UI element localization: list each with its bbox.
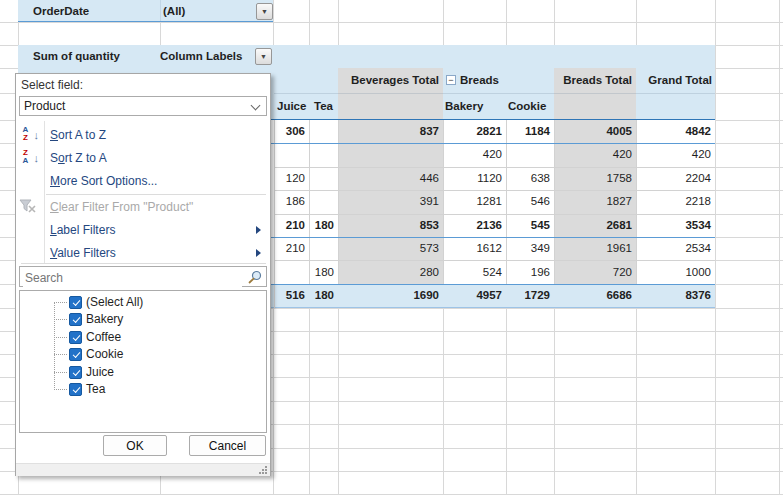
juice-header: Juice: [277, 93, 306, 120]
table-bottom-line: [268, 307, 715, 308]
breads-total-header: Breads Total: [554, 68, 632, 93]
search-box: [19, 266, 267, 287]
filter-values-listbox: (Select All) Bakery Coffee Cookie Juice …: [19, 290, 267, 433]
pivot-cell: 186: [274, 190, 305, 213]
pivot-cell: 306: [274, 120, 305, 143]
breads-group-header: Breads: [460, 68, 499, 93]
pivot-cell: 420: [443, 143, 502, 166]
pivot-cell: 3534: [636, 214, 711, 237]
pivot-cell: 1690: [338, 284, 439, 307]
excel-sheet: OrderDate (All) ▼ Sum of quantity Column…: [0, 0, 783, 495]
pivot-cell: 4957: [443, 284, 502, 307]
pivot-cell: 853: [338, 214, 439, 237]
pivot-cell: 2136: [443, 214, 502, 237]
pivot-cell: 1120: [443, 167, 502, 190]
pivot-cell: 391: [338, 190, 439, 213]
pivot-cell: 1758: [554, 167, 632, 190]
checkbox-checked-icon[interactable]: [69, 366, 82, 379]
list-item-juice[interactable]: Juice: [20, 364, 266, 381]
pivot-cell: 1827: [554, 190, 632, 213]
submenu-arrow-icon: [256, 249, 261, 257]
field-selector-value: Product: [24, 99, 65, 113]
menu-separator: [46, 194, 266, 195]
pivot-cell: 720: [554, 261, 632, 284]
resize-grip[interactable]: [259, 467, 268, 476]
pivot-cell: 280: [338, 261, 439, 284]
pivot-cell: 420: [636, 143, 711, 166]
grand-total-header: Grand Total: [636, 68, 712, 93]
cookie-header: Cookie: [508, 93, 546, 120]
pivot-cell: 638: [506, 167, 550, 190]
pivot-cell: 1281: [443, 190, 502, 213]
search-input[interactable]: [23, 268, 242, 287]
bakery-header: Bakery: [445, 93, 483, 120]
select-field-label: Select field:: [21, 78, 83, 92]
pivot-cell: 210: [274, 237, 305, 260]
submenu-arrow-icon: [256, 226, 261, 234]
pivot-cell: 4005: [554, 120, 632, 143]
pivot-cell: 420: [554, 143, 632, 166]
pivot-cell: 545: [506, 214, 550, 237]
measure-label: Sum of quantity: [33, 45, 120, 68]
sort-az-icon: AZ↓: [21, 126, 41, 144]
menu-item-sort-z-to-a[interactable]: ZA↓ Sort Z to A: [16, 147, 270, 169]
cancel-button[interactable]: Cancel: [189, 435, 266, 456]
pivot-cell: 1729: [506, 284, 550, 307]
pivot-cell: 4842: [636, 120, 711, 143]
menu-item-sort-a-to-z[interactable]: AZ↓ Sort A to Z: [16, 124, 270, 146]
field-selector-combobox[interactable]: Product: [19, 96, 267, 116]
checkbox-checked-icon[interactable]: [69, 331, 82, 344]
pivot-cell: 1961: [554, 237, 632, 260]
checkbox-checked-icon[interactable]: [69, 383, 82, 396]
pivot-cell: 573: [338, 237, 439, 260]
list-item-tea[interactable]: Tea: [20, 381, 266, 398]
checkbox-checked-icon[interactable]: [69, 348, 82, 361]
pivot-cell: 6686: [554, 284, 632, 307]
pivot-cell: 524: [443, 261, 502, 284]
report-filter-dropdown-button[interactable]: ▼: [256, 3, 273, 20]
column-labels-label: Column Labels: [160, 45, 242, 68]
pivot-cell: 2534: [636, 237, 711, 260]
menu-item-more-sort-options[interactable]: More Sort Options...: [16, 170, 270, 192]
pivot-filter-panel: Select field: Product AZ↓ Sort A to Z ZA…: [15, 73, 271, 476]
clear-filter-icon: [19, 198, 41, 216]
pivot-cell: 1184: [506, 120, 550, 143]
ok-button[interactable]: OK: [103, 435, 167, 456]
pivot-cell: 180: [309, 284, 334, 307]
menu-item-label-filters[interactable]: Label Filters: [16, 219, 270, 241]
collapse-breads-button[interactable]: −: [446, 75, 456, 85]
pivot-cell: 837: [338, 120, 439, 143]
pivot-cell: 2218: [636, 190, 711, 213]
pivot-cell: 8376: [636, 284, 711, 307]
cell-divider: [160, 0, 161, 22]
chevron-down-icon: [251, 101, 261, 111]
list-item-select-all[interactable]: (Select All): [20, 294, 266, 311]
list-item-cookie[interactable]: Cookie: [20, 346, 266, 363]
pivot-cell: 516: [274, 284, 305, 307]
column-labels-dropdown-button[interactable]: ▼: [255, 48, 272, 65]
pivot-cell: 180: [309, 261, 334, 284]
header-divider: [274, 93, 715, 94]
menu-item-value-filters[interactable]: Value Filters: [16, 242, 270, 264]
menu-separator: [21, 263, 266, 264]
beverages-total-header: Beverages Total: [338, 68, 439, 93]
pivot-cell: 180: [309, 214, 334, 237]
pivot-cell: 2821: [443, 120, 502, 143]
tea-header: Tea: [314, 93, 333, 120]
menu-item-clear-filter[interactable]: Clear Filter From "Product": [16, 196, 270, 218]
list-item-bakery[interactable]: Bakery: [20, 311, 266, 328]
filter-field-value: (All): [163, 0, 185, 22]
pivot-cell: 349: [506, 237, 550, 260]
search-icon[interactable]: [248, 270, 262, 284]
pivot-cell: 446: [338, 167, 439, 190]
pivot-cell: 210: [274, 214, 305, 237]
checkbox-checked-icon[interactable]: [69, 296, 82, 309]
checkbox-checked-icon[interactable]: [69, 313, 82, 326]
pivot-cell: 2681: [554, 214, 632, 237]
sort-za-icon: ZA↓: [21, 149, 41, 167]
pivot-cell: 1000: [636, 261, 711, 284]
list-item-coffee[interactable]: Coffee: [20, 329, 266, 346]
panel-footer: [16, 463, 270, 476]
pivot-cell: 196: [506, 261, 550, 284]
pivot-cell: 2204: [636, 167, 711, 190]
